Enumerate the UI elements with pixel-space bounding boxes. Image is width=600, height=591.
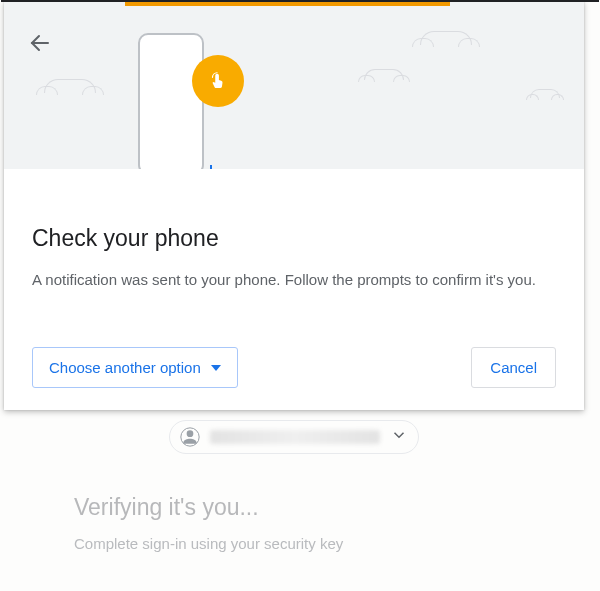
cloud-decoration [44, 79, 96, 93]
cloud-decoration [530, 89, 560, 98]
verification-modal: Check your phone A notification was sent… [4, 1, 584, 410]
account-email-redacted [210, 430, 380, 444]
dropdown-triangle-icon [211, 365, 221, 371]
touch-icon [192, 55, 244, 107]
cancel-button[interactable]: Cancel [471, 347, 556, 388]
progress-bar [125, 2, 450, 6]
modal-actions: Choose another option Cancel [4, 319, 584, 410]
choose-another-option-button[interactable]: Choose another option [32, 347, 238, 388]
modal-description: A notification was sent to your phone. F… [32, 268, 556, 291]
background-title: Verifying it's you... [74, 494, 584, 521]
choose-another-label: Choose another option [49, 359, 201, 376]
cloud-decoration [364, 69, 404, 80]
account-chip[interactable] [169, 420, 419, 454]
chevron-down-icon [390, 426, 408, 448]
modal-header-illustration [4, 1, 584, 169]
avatar-icon [180, 427, 200, 447]
back-button[interactable] [28, 31, 52, 55]
background-instruction: Complete sign-in using your security key [74, 535, 584, 552]
phone-illustration [134, 29, 214, 169]
cloud-decoration [420, 31, 472, 45]
modal-title: Check your phone [32, 225, 556, 252]
